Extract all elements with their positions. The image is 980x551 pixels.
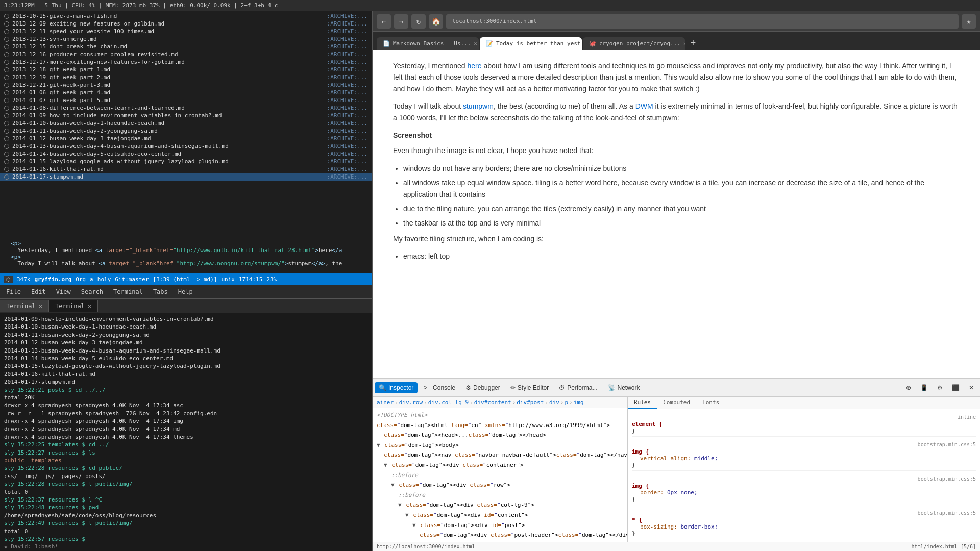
dom-tree-node[interactable]: class="dom-tag"><nav class="navbar navba… — [373, 450, 627, 460]
menu-file[interactable]: File — [4, 287, 23, 296]
dom-expand-icon[interactable]: ▼ — [377, 442, 383, 448]
terminal-tab-1-close[interactable]: ✕ — [39, 303, 42, 310]
dom-expand-icon[interactable]: ▼ — [398, 502, 405, 508]
browser-tab-0[interactable]: 📄 Markdown Basics - Us... ✕ — [377, 37, 479, 50]
file-item[interactable]: 2014-01-15-lazyload-google-ads-without-j… — [0, 158, 372, 165]
menu-help[interactable]: Help — [176, 287, 195, 296]
css-fonts-subtab[interactable]: Fonts — [696, 397, 725, 409]
here-link[interactable]: here — [468, 62, 482, 70]
address-bar[interactable]: localhost:3000/index.html — [446, 14, 959, 29]
dom-tree-node[interactable]: <!DOCTYPE html> — [373, 410, 627, 420]
file-item[interactable]: 2013-12-15-dont-break-the-chain.md:ARCHI… — [0, 43, 372, 51]
file-item[interactable]: 2013-12-18-git-week-part-1.md:ARCHIVE:..… — [0, 66, 372, 73]
file-item[interactable]: 2013-12-17-more-exciting-new-features-fo… — [0, 58, 372, 66]
home-button[interactable]: 🏠 — [429, 14, 443, 29]
file-list[interactable]: 2013-10-15-give-a-man-a-fish.md:ARCHIVE:… — [0, 11, 372, 238]
devtools-responsive[interactable]: 📱 — [916, 382, 932, 393]
terminal-tab-1[interactable]: Terminal ✕ — [0, 300, 49, 312]
css-property[interactable]: box-sizing: border-box; — [632, 523, 976, 530]
dom-tree-node[interactable]: class="dom-tag"><head>...class="dom-tag"… — [373, 430, 627, 440]
tab-2-close[interactable]: ✕ — [683, 40, 685, 47]
terminal-content[interactable]: 2014-01-09-how-to-include-environment-va… — [0, 313, 372, 542]
dom-tree-node[interactable]: ▼ class="dom-tag"><body> — [373, 440, 627, 450]
dom-tree-node[interactable]: ::before — [373, 470, 627, 481]
file-item[interactable]: 2014-01-07-git-week-part-5.md:ARCHIVE:..… — [0, 96, 372, 104]
css-source-file[interactable]: bootstrap.min.css:5 — [632, 475, 976, 483]
dom-expand-icon[interactable]: ▼ — [391, 482, 398, 488]
forward-button[interactable]: → — [394, 14, 408, 29]
dom-tree-node[interactable]: ▼ class="dom-tag"><div class="col-lg-9"> — [373, 500, 627, 510]
dom-panel[interactable]: ainer›div.row›div.col-lg-9›div#content›d… — [373, 397, 628, 542]
dom-tree-node[interactable]: class="dom-tag"><html lang="en" xmlns="h… — [373, 420, 627, 431]
menu-view[interactable]: View — [54, 287, 73, 296]
css-source-file[interactable]: bootstrap.min.css:5 — [632, 509, 976, 517]
devtools-pick-element[interactable]: ⊕ — [902, 382, 915, 393]
menu-search[interactable]: Search — [79, 287, 105, 296]
breadcrumb-item[interactable]: div — [549, 399, 559, 406]
breadcrumb-item[interactable]: div#content — [474, 399, 511, 406]
file-item[interactable]: 2013-12-09-exciting-new-features-on-golb… — [0, 20, 372, 28]
reload-button[interactable]: ↻ — [411, 14, 426, 29]
css-source-file[interactable]: bootstrap.min.css:5 — [632, 441, 976, 448]
devtools-settings[interactable]: ⚙ — [933, 382, 947, 393]
new-tab-button[interactable]: + — [686, 36, 700, 50]
file-item[interactable]: 2013-12-13-svn-unmerge.md:ARCHIVE:... — [0, 35, 372, 43]
dom-tree[interactable]: <!DOCTYPE html>class="dom-tag"><html lan… — [373, 408, 627, 542]
dom-tree-node[interactable]: ▼ class="dom-tag"><div class="row"> — [373, 480, 627, 490]
dom-expand-icon[interactable]: ▼ — [405, 512, 412, 518]
devtools-network-tab[interactable]: 📡 Network — [604, 382, 644, 393]
breadcrumb-item[interactable]: div.row — [399, 399, 423, 406]
css-property[interactable]: border: 0px none; — [632, 489, 976, 496]
file-item[interactable]: 2014-01-17-stumpwm.md:ARCHIVE:... — [0, 173, 372, 181]
dom-expand-icon[interactable]: ▼ — [412, 522, 419, 529]
breadcrumb-item[interactable]: div.col-lg-9 — [428, 399, 469, 406]
stumpwm-link[interactable]: stumpwm — [463, 102, 494, 110]
devtools-inspector-tab[interactable]: 🔍 Inspector — [375, 382, 418, 393]
file-item[interactable]: 2014-01-06-git-week-part-4.md:ARCHIVE:..… — [0, 89, 372, 96]
menu-tabs[interactable]: Tabs — [151, 287, 170, 296]
css-rules-subtab[interactable]: Rules — [628, 397, 657, 409]
breadcrumb-item[interactable]: ainer — [377, 399, 394, 406]
file-item[interactable]: 2013-10-15-give-a-man-a-fish.md:ARCHIVE:… — [0, 12, 372, 20]
file-item[interactable]: 2013-12-16-producer-consumer-problem-rev… — [0, 51, 372, 58]
browser-tab-1[interactable]: 📝 Today is better than yest... ✕ — [480, 37, 582, 50]
file-item[interactable]: 2014-01-08-difference-between-learnt-and… — [0, 104, 372, 112]
browser-tab-2[interactable]: 🐙 cryogen-project/cryog... ✕ — [583, 37, 685, 50]
file-item[interactable]: 2013-12-21-git-week-part-3.md:ARCHIVE:..… — [0, 81, 372, 89]
devtools-console-tab[interactable]: >_ Console — [420, 382, 459, 393]
css-panel[interactable]: Rules Computed Fonts inlineelement {}boo… — [628, 397, 980, 542]
file-item[interactable]: 2013-12-19-git-week-part-2.md:ARCHIVE:..… — [0, 73, 372, 81]
file-item[interactable]: 2014-01-13-busan-week-day-4-busan-aquari… — [0, 142, 372, 150]
file-item[interactable]: 2014-01-16-kill-that-rat.md:ARCHIVE:... — [0, 165, 372, 173]
file-item[interactable]: 2013-12-11-speed-your-website-100-times.… — [0, 28, 372, 35]
breadcrumb-item[interactable]: p — [565, 399, 568, 406]
dom-tree-node[interactable]: ▼ class="dom-tag"><div class="container"… — [373, 460, 627, 470]
dom-tree-node[interactable]: ▼ class="dom-tag"><div id="post"> — [373, 520, 627, 531]
css-property[interactable]: vertical-align: middle; — [632, 455, 976, 462]
breadcrumb-item[interactable]: div#post — [517, 399, 544, 406]
css-computed-subtab[interactable]: Computed — [657, 397, 696, 409]
dom-tree-node[interactable]: ▼ class="dom-tag"><div id="content"> — [373, 510, 627, 520]
devtools-debugger-tab[interactable]: ⚙ Debugger — [461, 382, 504, 393]
file-item[interactable]: 2014-01-09-how-to-include-environment-va… — [0, 112, 372, 119]
bookmark-button[interactable]: ★ — [962, 14, 976, 29]
devtools-style-editor-tab[interactable]: ✏ Style Editor — [506, 382, 553, 393]
back-button[interactable]: ← — [377, 14, 391, 29]
file-item[interactable]: 2014-01-14-busan-week-day-5-eulsukdo-eco… — [0, 150, 372, 158]
devtools-close[interactable]: ✕ — [965, 382, 978, 393]
menu-terminal[interactable]: Terminal — [111, 287, 145, 296]
terminal-tab-2[interactable]: Terminal ✕ — [49, 300, 98, 312]
file-item[interactable]: 2014-01-10-busan-week-day-1-haeundae-bea… — [0, 119, 372, 127]
menu-edit[interactable]: Edit — [29, 287, 48, 296]
tab-0-close[interactable]: ✕ — [474, 40, 477, 47]
devtools-performance-tab[interactable]: ⏱ Performa... — [555, 382, 601, 393]
file-item[interactable]: 2014-01-11-busan-week-day-2-yeonggung-sa… — [0, 127, 372, 135]
terminal-tab-2-close[interactable]: ✕ — [88, 303, 91, 310]
file-item[interactable]: 2014-01-12-busan-week-day-3-taejongdae.m… — [0, 135, 372, 142]
devtools-dock[interactable]: ⬛ — [948, 382, 964, 393]
breadcrumb-item[interactable]: img — [574, 399, 584, 406]
dom-expand-icon[interactable]: ▼ — [384, 462, 390, 468]
dom-tree-node[interactable]: ::before — [373, 490, 627, 500]
dwm-link[interactable]: DWM — [635, 102, 653, 110]
dom-tree-node[interactable]: class="dom-tag"><div class="post-header"… — [373, 530, 627, 540]
